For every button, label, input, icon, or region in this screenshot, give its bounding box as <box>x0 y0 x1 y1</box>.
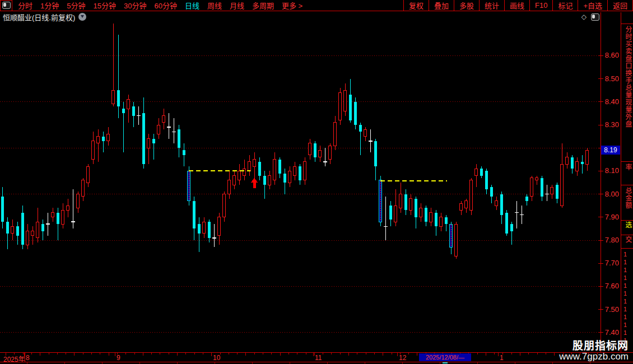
candle <box>1 187 4 228</box>
time-tick <box>340 353 341 354</box>
year-divider <box>25 353 25 362</box>
candle <box>157 118 160 139</box>
candle <box>536 176 538 185</box>
price-label: 7.50 <box>604 305 619 314</box>
time-tick <box>14 353 15 354</box>
candle <box>117 35 120 118</box>
month-tick <box>115 353 115 356</box>
time-tick <box>477 353 478 354</box>
candle <box>238 164 241 185</box>
time-tick <box>520 353 520 356</box>
time-tick <box>31 353 32 354</box>
candle <box>475 164 478 187</box>
candle <box>495 197 498 211</box>
candle <box>283 169 286 194</box>
candle <box>46 213 50 236</box>
candle <box>515 201 519 228</box>
right-panel-tab-0[interactable]: 分时买卖盘口换手总量现量外盘 <box>622 26 633 159</box>
month-label: 12 <box>399 354 406 362</box>
candle <box>36 208 39 242</box>
candle <box>409 194 412 215</box>
candle <box>122 102 125 153</box>
time-tick <box>254 353 255 354</box>
candle <box>369 129 373 152</box>
time-tick <box>134 353 135 354</box>
candle <box>87 164 90 187</box>
time-tick <box>417 353 417 356</box>
candle <box>576 157 579 176</box>
candle <box>359 123 362 155</box>
time-tick <box>74 353 75 356</box>
watermark-title: 股朋指标网 <box>559 340 629 352</box>
buy-arrow <box>251 178 258 188</box>
time-tick <box>357 353 357 354</box>
selected-date-tag: 2025/12/08/— <box>419 353 471 361</box>
candle <box>485 169 488 194</box>
candle <box>505 210 508 235</box>
candle <box>394 189 397 226</box>
time-tick <box>408 353 409 354</box>
time-tick <box>297 353 297 354</box>
time-tick <box>511 353 512 354</box>
candle <box>389 201 392 226</box>
right-panel-tab-4[interactable]: 交 <box>622 236 633 247</box>
candle <box>112 24 115 106</box>
watermark-url: www.7gpzb.com <box>559 352 629 362</box>
candle <box>172 118 176 143</box>
candle <box>137 106 141 125</box>
time-tick <box>100 353 100 354</box>
candle <box>233 171 236 189</box>
time-tick <box>245 353 246 356</box>
right-panel-tab-1[interactable]: 换手率 <box>622 164 633 184</box>
candle <box>102 132 105 152</box>
panel-divider <box>621 161 633 162</box>
time-tick <box>177 353 178 356</box>
candle <box>162 109 165 129</box>
price-label: 7.70 <box>604 259 619 267</box>
time-tick <box>237 353 238 354</box>
candle <box>470 178 473 215</box>
time-tick <box>383 353 383 356</box>
price-label: 8.40 <box>604 97 619 106</box>
candle <box>97 129 100 162</box>
time-tick <box>537 353 538 354</box>
candle <box>329 143 332 164</box>
candle <box>278 157 281 178</box>
right-panel-tab-2[interactable]: 总金额 <box>622 187 633 218</box>
candle <box>420 203 422 222</box>
candle <box>374 139 377 180</box>
candle <box>445 215 448 231</box>
time-tick <box>109 353 109 356</box>
candle <box>167 113 171 138</box>
right-panel-tab-5[interactable]: 1 1 1 1 1 1 1 1 1 1 1 1 1 <box>623 250 627 352</box>
candle <box>198 217 201 252</box>
candle <box>556 183 558 203</box>
price-label: 8.00 <box>604 190 619 198</box>
time-tick <box>6 353 6 356</box>
candle <box>62 203 64 228</box>
month-tick <box>498 353 499 356</box>
candle <box>11 220 14 240</box>
price-axis-line <box>598 12 603 352</box>
candle <box>183 143 185 166</box>
candle <box>258 157 261 180</box>
lower-pane-marker <box>443 362 448 363</box>
candle <box>460 201 463 215</box>
candle <box>243 160 246 180</box>
price-label: 7.90 <box>604 213 619 221</box>
candle <box>67 199 69 217</box>
candle <box>586 148 589 171</box>
candle <box>248 155 251 176</box>
signal-lines <box>189 171 447 181</box>
candle <box>425 206 427 226</box>
candle <box>188 166 190 206</box>
time-tick <box>185 353 186 354</box>
price-label: 7.80 <box>604 236 619 244</box>
candle <box>304 157 306 185</box>
right-panel-tab-3[interactable]: 自选 <box>622 221 633 234</box>
time-tick <box>40 353 40 356</box>
candle <box>399 183 402 213</box>
time-tick <box>49 353 49 354</box>
candle <box>203 217 206 238</box>
candle <box>299 164 301 185</box>
